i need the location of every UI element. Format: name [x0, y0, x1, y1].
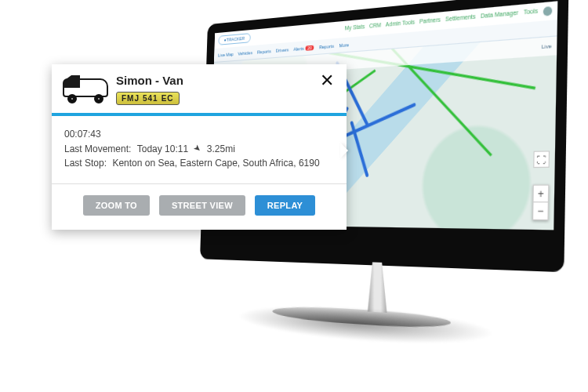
top-menu-item[interactable]: Settlements	[445, 13, 476, 25]
nav-item-more[interactable]: More	[339, 42, 349, 47]
monitor-stand	[273, 259, 495, 351]
zoom-control: + −	[532, 184, 549, 220]
license-plate: FMJ 541 EC	[116, 92, 180, 105]
zoom-in-button[interactable]: +	[534, 186, 549, 203]
street-view-button[interactable]: STREET VIEW	[159, 195, 245, 216]
nav-item-drivers[interactable]: Drivers	[276, 47, 289, 53]
heading-icon: ➤	[191, 141, 205, 156]
plate-part: 541	[143, 94, 158, 103]
plate-part: EC	[162, 94, 174, 103]
nav-item-alerts[interactable]: Alerts 20	[293, 45, 314, 51]
popup-actions: ZOOM TO STREET VIEW REPLAY	[52, 184, 347, 230]
vehicle-details: 00:07:43 Last Movement: Today 10:11 ➤ 3.…	[52, 116, 347, 183]
nav-item-livemap[interactable]: Live Map	[218, 52, 234, 58]
top-menu-item[interactable]: Data Manager	[481, 9, 518, 22]
zoom-out-button[interactable]: −	[533, 202, 548, 220]
zoom-to-button[interactable]: ZOOM TO	[83, 195, 150, 216]
toolbar-status: Live	[542, 43, 552, 49]
last-stop-label: Last Stop:	[64, 156, 107, 171]
top-menu-item[interactable]: My Stats	[345, 24, 365, 34]
top-menu-item[interactable]: Partners	[419, 16, 441, 27]
plate-part: FMJ	[122, 94, 140, 103]
top-menu-item[interactable]: CRM	[369, 22, 382, 31]
vehicle-title: Simon - Van	[116, 74, 310, 87]
fullscreen-button[interactable]: ⛶	[533, 151, 550, 168]
alert-count-badge: 20	[305, 45, 314, 50]
last-movement-time: Today 10:11	[137, 142, 188, 157]
nav-item-reports2[interactable]: Reports	[319, 43, 334, 49]
vehicle-popup: Simon - Van FMJ 541 EC ✕ 00:07:43 Last M…	[52, 64, 347, 230]
nav-item-vehicles[interactable]: Vehicles	[238, 50, 252, 56]
last-movement-label: Last Movement:	[64, 142, 131, 157]
last-stop-value: Kenton on Sea, Eastern Cape, South Afric…	[112, 156, 319, 171]
distance-value: 3.25mi	[207, 142, 235, 157]
vehicle-icon	[63, 74, 108, 102]
app-logo[interactable]: ●TRACKER	[218, 33, 250, 45]
duration-value: 00:07:43	[64, 127, 334, 142]
replay-button[interactable]: REPLAY	[255, 195, 315, 216]
close-icon[interactable]: ✕	[318, 74, 336, 88]
top-menu-item[interactable]: Tools	[524, 8, 538, 18]
top-menu-item[interactable]: Admin Tools	[386, 19, 416, 30]
nav-item-reports[interactable]: Reports	[257, 49, 271, 55]
nav-item-label: Alerts	[293, 45, 304, 51]
avatar-icon[interactable]	[543, 6, 553, 16]
